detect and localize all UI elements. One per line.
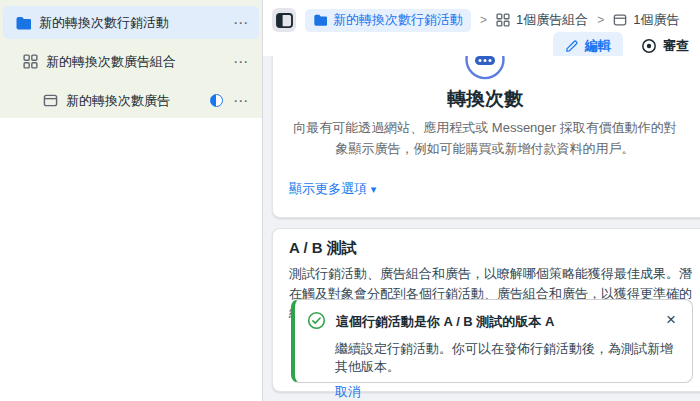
breadcrumb-adset-label: 1個廣告組合 xyxy=(516,11,588,29)
sidebar-item-ad[interactable]: 新的轉換次數廣告 ⋯ xyxy=(3,84,259,117)
main-header: 新的轉換次數行銷活動 > 1個廣告組合 > 1個廣告 xyxy=(263,0,700,56)
alert-header: 這個行銷活動是你 A / B 測試的版本 A × xyxy=(307,311,680,331)
ad-name: 新的轉換次數廣告 xyxy=(66,92,170,110)
campaign-name: 新的轉換次數行銷活動 xyxy=(39,14,169,32)
alert-body: 繼續設定行銷活動。你可以在發佈行銷活動後，為測試新增其他版本。 xyxy=(335,340,680,376)
objective-title: 轉換次數 xyxy=(273,86,697,112)
adset-grid-icon xyxy=(23,54,38,69)
breadcrumb-campaign[interactable]: 新的轉換次數行銷活動 xyxy=(305,9,471,32)
breadcrumb-ad[interactable]: 1個廣告 xyxy=(613,11,679,29)
collapse-sidebar-button[interactable] xyxy=(272,8,296,32)
show-more-options-link[interactable]: 顯示更多選項 ▾ xyxy=(289,180,376,198)
cancel-link[interactable]: 取消 xyxy=(335,383,361,401)
folder-icon xyxy=(313,13,327,27)
pencil-icon xyxy=(565,39,579,53)
more-menu-icon[interactable]: ⋯ xyxy=(233,93,249,108)
conversions-icon xyxy=(273,56,697,80)
more-menu-icon[interactable]: ⋯ xyxy=(233,54,249,69)
breadcrumb-campaign-label: 新的轉換次數行銷活動 xyxy=(333,11,463,29)
campaign-tree-sidebar: 新的轉換次數行銷活動 ⋯ 新的轉換次數廣告組合 ⋯ 新的轉換次數廣告 ⋯ xyxy=(0,0,262,401)
breadcrumb-separator: > xyxy=(480,13,487,27)
adset-grid-icon xyxy=(496,13,510,27)
sidebar-item-campaign[interactable]: 新的轉換次數行銷活動 ⋯ xyxy=(3,6,259,39)
ab-test-title: A / B 測試 xyxy=(289,239,697,258)
review-button-label: 審查 xyxy=(663,37,689,55)
campaign-tree-panel: 新的轉換次數行銷活動 ⋯ 新的轉換次數廣告組合 ⋯ 新的轉換次數廣告 ⋯ xyxy=(0,0,262,118)
show-more-options-label: 顯示更多選項 xyxy=(289,181,367,196)
check-circle-icon xyxy=(307,311,326,330)
scroll-content[interactable]: 轉換次數 向最有可能透過網站、應用程式或 Messenger 採取有價值動作的對… xyxy=(264,56,700,401)
caret-down-icon: ▾ xyxy=(371,183,377,195)
sidebar-item-adset[interactable]: 新的轉換次數廣告組合 ⋯ xyxy=(3,45,259,78)
alert-title: 這個行銷活動是你 A / B 測試的版本 A xyxy=(336,311,554,331)
objective-card: 轉換次數 向最有可能透過網站、應用程式或 Messenger 採取有價值動作的對… xyxy=(272,56,700,218)
adset-name: 新的轉換次數廣告組合 xyxy=(46,53,176,71)
breadcrumb: 新的轉換次數行銷活動 > 1個廣告組合 > 1個廣告 xyxy=(272,8,680,32)
ab-test-card: A / B 測試 測試行銷活動、廣告組合和廣告，以瞭解哪個策略能獲得最佳成果。潛… xyxy=(272,228,700,392)
ads-manager-window: 新的轉換次數行銷活動 ⋯ 新的轉換次數廣告組合 ⋯ 新的轉換次數廣告 ⋯ xyxy=(0,0,700,401)
close-icon[interactable]: × xyxy=(662,311,680,328)
main-panel: 新的轉換次數行銷活動 > 1個廣告組合 > 1個廣告 xyxy=(262,0,700,401)
panel-toggle-icon xyxy=(276,13,293,28)
more-menu-icon[interactable]: ⋯ xyxy=(233,15,249,30)
objective-description: 向最有可能透過網站、應用程式或 Messenger 採取有價值動作的對象顯示廣告… xyxy=(287,118,683,160)
breadcrumb-adset[interactable]: 1個廣告組合 xyxy=(496,11,588,29)
folder-icon xyxy=(15,15,31,31)
breadcrumb-separator: > xyxy=(597,13,604,27)
draft-progress-icon[interactable] xyxy=(210,94,223,107)
breadcrumb-ad-label: 1個廣告 xyxy=(633,11,679,29)
eye-icon xyxy=(641,38,657,54)
ad-frame-icon xyxy=(43,93,58,108)
objective-card-center: 轉換次數 向最有可能透過網站、應用程式或 Messenger 採取有價值動作的對… xyxy=(273,56,697,160)
ad-frame-icon xyxy=(613,13,627,27)
edit-button-label: 編輯 xyxy=(585,37,611,55)
ab-version-alert: 這個行銷活動是你 A / B 測試的版本 A × 繼續設定行銷活動。你可以在發佈… xyxy=(291,299,693,383)
